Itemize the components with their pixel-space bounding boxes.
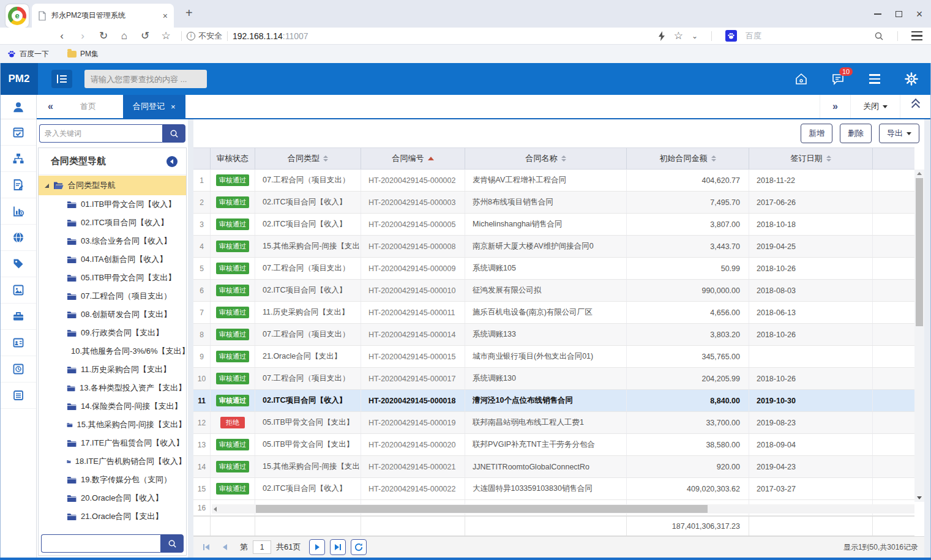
tree-item[interactable]: 17.ITE广告租赁合同【收入】 bbox=[39, 434, 186, 452]
page-number-input[interactable] bbox=[253, 540, 271, 554]
tree-item[interactable]: 11.历史采购合同【支出】 bbox=[39, 360, 186, 379]
tree-item[interactable]: 21.Oracle合同【支出】 bbox=[39, 507, 186, 526]
tab-contract-register[interactable]: 合同登记 × bbox=[123, 95, 185, 118]
column-header[interactable]: 合同编号 bbox=[361, 148, 465, 169]
rail-org-chart-icon[interactable] bbox=[0, 146, 36, 172]
table-row[interactable]: 7审核通过11.历史采购合同【支出】HT-20200429145-000011施… bbox=[193, 302, 914, 324]
tree-item[interactable]: 10.其他服务合同-3%/6%【支出】 bbox=[39, 342, 186, 360]
collapse-up-icon[interactable] bbox=[900, 95, 931, 118]
security-label[interactable]: 不安全 bbox=[198, 31, 222, 42]
address-search-placeholder[interactable]: 百度 bbox=[746, 31, 761, 42]
tree-item[interactable]: 02.ITC项目合同【收入】 bbox=[39, 214, 186, 232]
bookmark-star-icon[interactable]: ☆ bbox=[155, 31, 176, 41]
table-row[interactable]: 14审核通过15.其他采购合同-间接【支出】HT-20200429145-000… bbox=[193, 456, 914, 478]
url-port[interactable]: :11007 bbox=[283, 31, 308, 41]
vertical-scrollbar[interactable] bbox=[914, 170, 924, 502]
table-row[interactable]: 4审核通过15.其他采购合同-间接【支出】HT-20200429145-0000… bbox=[193, 236, 914, 258]
new-tab-button[interactable]: + bbox=[185, 6, 193, 20]
tree-item[interactable]: 13.各种类型投入资产【支出】 bbox=[39, 379, 186, 397]
panel-collapse-icon[interactable] bbox=[166, 156, 178, 167]
tree-item[interactable]: 20.Oracle合同【收入】 bbox=[39, 489, 186, 507]
refresh-icon[interactable]: ↻ bbox=[93, 31, 114, 41]
table-row[interactable]: 11审核通过02.ITC项目合同【收入】HT-20200429145-00001… bbox=[193, 390, 914, 412]
undo-icon[interactable]: ↺ bbox=[135, 31, 155, 41]
global-search-input[interactable] bbox=[84, 70, 207, 88]
bookmark-folder-pm[interactable]: PM集 bbox=[67, 49, 99, 59]
app-logo[interactable]: PM2 bbox=[0, 63, 38, 95]
column-header[interactable]: 初始合同金额 bbox=[627, 148, 749, 169]
tree-item[interactable]: 01.ITB甲骨文合同【收入】 bbox=[39, 195, 186, 214]
table-row[interactable]: 9审核通过21.Oracle合同【支出】HT-20200429145-00001… bbox=[193, 346, 914, 368]
tree-footer-search-button[interactable] bbox=[160, 534, 184, 553]
rail-finance-chart-icon[interactable] bbox=[0, 198, 36, 225]
url-host[interactable]: 192.168.1.14 bbox=[233, 31, 283, 41]
table-row[interactable]: 2审核通过02.ITC项目合同【收入】HT-20200429145-000003… bbox=[193, 192, 914, 214]
last-page-button[interactable] bbox=[330, 539, 346, 555]
tree-item[interactable]: 07.工程合同（项目支出） bbox=[39, 287, 186, 305]
scroll-left-icon[interactable] bbox=[214, 507, 217, 512]
table-row[interactable]: 6审核通过02.ITC项目合同【收入】HT-20200429145-000010… bbox=[193, 280, 914, 302]
baidu-logo-icon[interactable] bbox=[725, 30, 737, 42]
tree-item[interactable]: 19.数字传媒分包（支同） bbox=[39, 471, 186, 489]
table-row[interactable]: 1审核通过07.工程合同（项目支出）HT-20200429145-000002麦… bbox=[193, 170, 914, 192]
add-button[interactable]: 新增 bbox=[801, 124, 832, 143]
scrollbar-thumb[interactable] bbox=[256, 505, 708, 513]
column-header[interactable]: 签订日期 bbox=[749, 148, 873, 169]
tab-close-icon[interactable]: × bbox=[163, 11, 168, 21]
table-row[interactable]: 10审核通过07.工程合同（项目支出）HT-20200429145-000017… bbox=[193, 368, 914, 390]
tab-home[interactable]: 首页 bbox=[64, 101, 112, 112]
column-header[interactable]: 合同类型 bbox=[255, 148, 361, 169]
window-close-button[interactable]: × bbox=[909, 0, 930, 28]
site-info-icon[interactable]: i bbox=[187, 32, 195, 40]
rail-list-icon[interactable] bbox=[0, 383, 36, 409]
column-header[interactable]: 合同名称 bbox=[465, 148, 627, 169]
column-header[interactable]: 预估合 bbox=[873, 148, 914, 169]
rail-contract-edit-icon[interactable] bbox=[0, 172, 36, 198]
tree-item[interactable]: 14.保险类合同-间接【支出】 bbox=[39, 397, 186, 416]
forward-icon[interactable]: › bbox=[72, 31, 93, 41]
favorite-star-icon[interactable]: ☆ bbox=[674, 31, 683, 41]
tree-item[interactable]: 08.创新研发合同【支出】 bbox=[39, 305, 186, 324]
home-icon[interactable] bbox=[794, 72, 809, 86]
horizontal-scrollbar[interactable] bbox=[212, 504, 914, 513]
home-icon[interactable]: ⌂ bbox=[114, 31, 135, 41]
export-button[interactable]: 导出 bbox=[879, 124, 919, 143]
tab-close-icon[interactable]: × bbox=[171, 102, 176, 111]
messages-icon[interactable]: 10 bbox=[831, 72, 845, 86]
browser-tab[interactable]: 邦永PM2项目管理系统 × bbox=[32, 4, 174, 28]
window-maximize-button[interactable] bbox=[888, 0, 909, 28]
table-row[interactable]: 15审核通过02.ITC项目合同【收入】HT-20200429145-00002… bbox=[193, 478, 914, 500]
table-row[interactable]: 12拒绝05.ITB甲骨文合同【支出】HT-20200429145-000019… bbox=[193, 412, 914, 434]
rail-image-icon[interactable] bbox=[0, 277, 36, 304]
table-row[interactable]: 8审核通过07.工程合同（项目支出）HT-20200429145-000014系… bbox=[193, 324, 914, 346]
tree-item[interactable]: 18.ITE广告机购销合同【收入】 bbox=[39, 452, 186, 471]
browser-logo-icon[interactable]: e bbox=[6, 4, 29, 28]
expander-icon[interactable] bbox=[45, 184, 49, 188]
refresh-button[interactable] bbox=[351, 539, 367, 555]
column-header[interactable]: 审核状态 bbox=[211, 148, 255, 169]
lightning-icon[interactable] bbox=[658, 31, 665, 41]
window-minimize-button[interactable] bbox=[867, 0, 888, 28]
tree-item[interactable]: 03.综合业务合同【收入】 bbox=[39, 232, 186, 250]
scrollbar-thumb[interactable] bbox=[916, 178, 923, 326]
scroll-tabs-right-icon[interactable]: » bbox=[820, 95, 850, 118]
scroll-tabs-left-icon[interactable]: « bbox=[37, 101, 64, 112]
tree-item[interactable]: 09.行政类合同【支出】 bbox=[39, 324, 186, 342]
browser-menu-icon[interactable] bbox=[911, 31, 922, 40]
tree-footer-search-input[interactable] bbox=[41, 534, 160, 553]
next-page-button[interactable] bbox=[309, 539, 325, 555]
table-row[interactable]: 5审核通过07.工程合同（项目支出）HT-20200429145-000009系… bbox=[193, 258, 914, 280]
rail-globe-icon[interactable] bbox=[0, 225, 36, 251]
close-tabs-menu[interactable]: 关闭 bbox=[850, 95, 900, 118]
rail-id-card-icon[interactable] bbox=[0, 330, 36, 356]
search-icon[interactable] bbox=[874, 31, 884, 41]
back-icon[interactable]: ‹ bbox=[51, 31, 72, 41]
settings-gear-icon[interactable] bbox=[904, 72, 919, 86]
bookmark-baidu[interactable]: 百度一下 bbox=[7, 49, 49, 59]
tree-item[interactable]: 15.其他采购合同-间接【支出】 bbox=[39, 416, 186, 434]
table-row[interactable]: 13审核通过05.ITB甲骨文合同【支出】HT-20200429145-0000… bbox=[193, 434, 914, 456]
delete-button[interactable]: 删除 bbox=[840, 124, 872, 143]
first-page-button[interactable] bbox=[200, 544, 213, 550]
rail-schedule-icon[interactable] bbox=[0, 119, 36, 146]
scroll-up-icon[interactable] bbox=[917, 172, 922, 175]
